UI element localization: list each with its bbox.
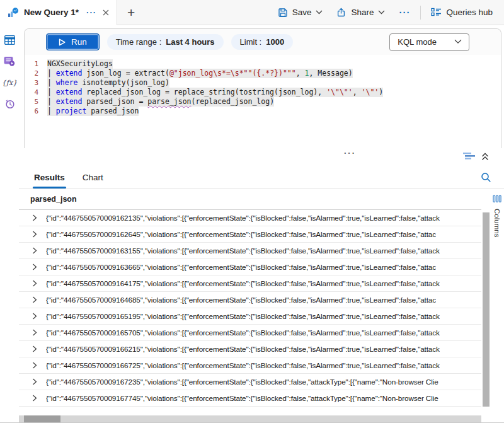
code-line[interactable]: 3| where isnotempty(json_log) — [25, 78, 501, 88]
tab-title: New Query 1* — [24, 8, 79, 17]
divider — [420, 6, 421, 20]
line-number: 6 — [25, 107, 47, 116]
line-number: 5 — [25, 97, 47, 107]
tables-icon[interactable] — [3, 34, 16, 45]
editor-lines: 1NGXSecurityLogs2| extend json_log = ext… — [25, 59, 501, 116]
queries-hub-label: Queries hub — [446, 8, 493, 17]
table-row[interactable]: {"id":"4467550570009163155","violations"… — [19, 243, 481, 259]
share-chevron-down-icon — [378, 10, 385, 14]
code-text: | project parsed_json — [47, 107, 139, 116]
left-rail: {ƒx} — [0, 25, 19, 422]
time-range-picker[interactable]: Time range : Last 4 hours — [107, 34, 224, 50]
table-row[interactable]: {"id":"4467550570009164685","violations"… — [19, 292, 481, 308]
query-editor[interactable]: 1NGXSecurityLogs2| extend json_log = ext… — [25, 55, 501, 148]
saved-scripts-icon[interactable] — [3, 55, 16, 67]
code-line[interactable]: 4| extend replaced_json_log = replace_st… — [25, 88, 501, 97]
time-range-value: Last 4 hours — [166, 37, 214, 47]
limit-label: Limit : — [240, 37, 262, 47]
expand-row-icon[interactable] — [32, 362, 37, 369]
header-actions: Save Share ··· Queries hub — [274, 5, 504, 20]
horizontal-scrollbar-thumb[interactable] — [24, 415, 60, 422]
horizontal-scrollbar[interactable] — [19, 415, 481, 422]
table-row[interactable]: {"id":"4467550570009162135","violations"… — [19, 210, 481, 226]
vertical-scrollbar-thumb[interactable] — [483, 212, 490, 407]
vertical-scrollbar[interactable] — [481, 189, 490, 422]
code-line[interactable]: 2| extend json_log = extract(@"json_log\… — [25, 69, 501, 78]
expand-row-icon[interactable] — [32, 395, 37, 402]
columns-icon[interactable] — [493, 195, 501, 203]
expand-row-icon[interactable] — [32, 378, 37, 385]
columns-panel-label[interactable]: Columns — [493, 209, 501, 237]
row-json-text: {"id":"4467550570009166725","violations"… — [46, 361, 440, 370]
expand-row-icon[interactable] — [32, 329, 37, 336]
code-text: | where isnotempty(json_log) — [47, 78, 169, 88]
search-icon[interactable] — [481, 172, 491, 183]
expand-row-icon[interactable] — [32, 214, 37, 221]
expand-row-icon[interactable] — [32, 313, 37, 320]
table-row[interactable]: {"id":"4467550570009166725","violations"… — [19, 357, 481, 374]
play-icon — [59, 38, 66, 46]
line-number: 2 — [25, 69, 47, 78]
row-json-text: {"id":"4467550570009164685","violations"… — [46, 296, 436, 304]
table-row[interactable]: {"id":"4467550570009164175","violations"… — [19, 275, 481, 292]
line-number: 3 — [25, 78, 47, 88]
query-mode-dropdown[interactable]: KQL mode — [389, 33, 469, 51]
table-row[interactable]: {"id":"4467550570009165195","violations"… — [19, 308, 481, 325]
share-icon — [336, 8, 346, 18]
results-tab-bar: Results Chart — [19, 166, 504, 189]
limit-value: 1000 — [266, 37, 284, 47]
result-rows: {"id":"4467550570009162135","violations"… — [19, 210, 481, 415]
query-history-icon[interactable] — [3, 98, 16, 110]
table-row[interactable]: {"id":"4467550570009166215","violations"… — [19, 341, 481, 357]
row-json-text: {"id":"4467550570009163155","violations"… — [46, 246, 440, 255]
splitter-handle[interactable]: ··· — [344, 148, 356, 158]
kusto-query-app: New Query 1* ··· + Save Share — [0, 0, 504, 423]
tab-results[interactable]: Results — [34, 166, 65, 188]
run-button[interactable]: Run — [46, 33, 100, 50]
code-text: NGXSecurityLogs — [47, 59, 113, 69]
share-button[interactable]: Share — [333, 5, 389, 20]
row-json-text: {"id":"4467550570009164175","violations"… — [46, 279, 440, 288]
query-mode-value: KQL mode — [398, 37, 437, 47]
row-json-text: {"id":"4467550570009166215","violations"… — [46, 345, 440, 354]
query-tab[interactable]: New Query 1* ··· — [0, 0, 117, 25]
save-button[interactable]: Save — [274, 5, 327, 20]
query-panel: Run Time range : Last 4 hours Limit : 10… — [24, 28, 501, 148]
code-text: | extend replaced_json_log = replace_str… — [47, 88, 383, 97]
tab-more-icon[interactable]: ··· — [86, 8, 96, 17]
expand-row-icon[interactable] — [32, 296, 37, 303]
table-row[interactable]: {"id":"4467550570009167235","violations"… — [19, 374, 481, 390]
run-label: Run — [71, 37, 87, 47]
tab-chart[interactable]: Chart — [83, 166, 103, 188]
expand-row-icon[interactable] — [32, 345, 37, 352]
text-lines-icon[interactable] — [463, 152, 475, 161]
code-line[interactable]: 5| extend parsed_json = parse_json(repla… — [25, 97, 501, 107]
limit-picker[interactable]: Limit : 1000 — [231, 34, 294, 50]
expand-row-icon[interactable] — [32, 280, 37, 287]
save-icon — [278, 8, 288, 18]
results-grid: parsed_json {"id":"4467550570009162135",… — [19, 189, 481, 422]
line-number: 4 — [25, 88, 47, 97]
expand-row-icon[interactable] — [32, 247, 37, 254]
expand-row-icon[interactable] — [32, 231, 37, 238]
save-chevron-down-icon — [316, 10, 323, 14]
more-actions-button[interactable]: ··· — [395, 7, 414, 18]
row-json-text: {"id":"4467550570009165195","violations"… — [46, 312, 440, 321]
code-line[interactable]: 1NGXSecurityLogs — [25, 59, 501, 69]
row-json-text: {"id":"4467550570009162645","violations"… — [46, 230, 436, 239]
table-row[interactable]: {"id":"4467550570009163665","violations"… — [19, 259, 481, 275]
time-range-label: Time range : — [116, 37, 162, 47]
table-row[interactable]: {"id":"4467550570009162645","violations"… — [19, 226, 481, 243]
functions-icon[interactable]: {ƒx} — [3, 77, 16, 88]
tab-close-icon[interactable] — [103, 9, 109, 16]
code-line[interactable]: 6| project parsed_json — [25, 107, 501, 116]
table-row[interactable]: {"id":"4467550570009165705","violations"… — [19, 325, 481, 341]
queries-hub-button[interactable]: Queries hub — [427, 5, 496, 20]
expand-row-icon[interactable] — [32, 264, 37, 270]
code-text: | extend parsed_json = parse_json(replac… — [47, 97, 274, 107]
collapse-editor-icon[interactable] — [481, 153, 489, 161]
new-tab-button[interactable]: + — [127, 6, 135, 19]
table-row[interactable]: {"id":"4467550570009167745","violations"… — [19, 390, 481, 407]
column-header-parsed-json[interactable]: parsed_json — [19, 189, 481, 210]
row-json-text: {"id":"4467550570009167745","violations"… — [46, 394, 438, 403]
